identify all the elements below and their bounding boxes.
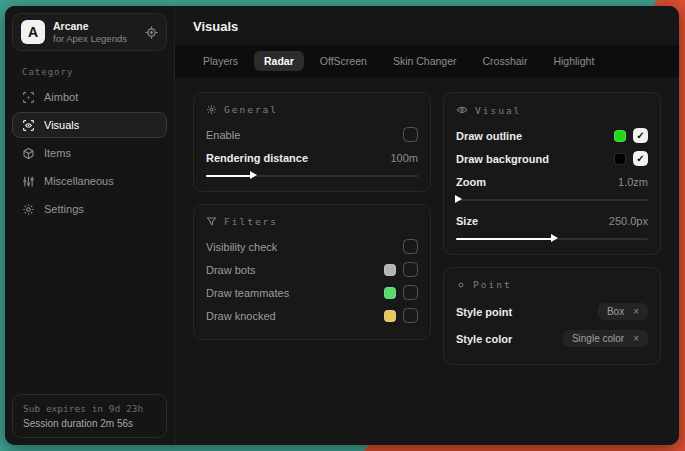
visual-panel: Visual Draw outline ✓ Draw background bbox=[443, 92, 661, 255]
sidebar: A Arcane for Apex Legends Category Aimbo bbox=[5, 6, 175, 445]
cube-icon bbox=[22, 147, 35, 160]
gear-icon bbox=[206, 104, 217, 115]
dot-icon bbox=[456, 280, 466, 290]
enable-label: Enable bbox=[206, 129, 240, 141]
app-name: Arcane bbox=[53, 20, 137, 33]
draw-background-color-swatch[interactable] bbox=[614, 153, 626, 165]
funnel-icon bbox=[206, 216, 217, 227]
main-area: Visuals Players Radar OffScreen Skin Cha… bbox=[175, 6, 679, 445]
sidebar-item-label: Miscellaneous bbox=[44, 175, 114, 187]
tab-skin-changer[interactable]: Skin Changer bbox=[383, 51, 467, 71]
crosshair-icon bbox=[22, 91, 35, 104]
draw-outline-color-swatch[interactable] bbox=[614, 130, 626, 142]
sliders-icon bbox=[22, 175, 35, 188]
sidebar-item-settings[interactable]: Settings bbox=[12, 196, 167, 222]
size-label: Size bbox=[456, 215, 478, 227]
sidebar-item-label: Aimbot bbox=[44, 91, 78, 103]
rendering-distance-label: Rendering distance bbox=[206, 152, 308, 164]
draw-background-label: Draw background bbox=[456, 153, 549, 165]
tab-offscreen[interactable]: OffScreen bbox=[310, 51, 377, 71]
content-area: General Enable ✓ Rendering distance 100m bbox=[175, 77, 679, 445]
draw-knocked-checkbox[interactable]: ✓ bbox=[403, 308, 418, 323]
session-duration-text: Session duration 2m 56s bbox=[23, 418, 156, 429]
main-header: Visuals bbox=[175, 6, 679, 45]
draw-bots-checkbox[interactable]: ✓ bbox=[403, 262, 418, 277]
style-color-label: Style color bbox=[456, 333, 512, 345]
draw-bots-label: Draw bots bbox=[206, 264, 256, 276]
close-icon[interactable]: × bbox=[633, 334, 639, 344]
draw-knocked-row: Draw knocked ✓ bbox=[206, 305, 418, 326]
draw-background-checkbox[interactable]: ✓ bbox=[633, 151, 648, 166]
slider-thumb[interactable] bbox=[551, 234, 558, 242]
draw-bots-color-swatch[interactable] bbox=[384, 264, 396, 276]
draw-teammates-label: Draw teammates bbox=[206, 287, 289, 299]
draw-teammates-color-swatch[interactable] bbox=[384, 287, 396, 299]
sidebar-item-label: Settings bbox=[44, 203, 84, 215]
zoom-value: 1.0zm bbox=[618, 176, 648, 188]
page-title: Visuals bbox=[193, 19, 661, 34]
tab-bar: Players Radar OffScreen Skin Changer Cro… bbox=[175, 45, 679, 77]
draw-knocked-label: Draw knocked bbox=[206, 310, 276, 322]
draw-knocked-color-swatch[interactable] bbox=[384, 310, 396, 322]
point-panel: Point Style point Box × Style color Sing… bbox=[443, 267, 661, 365]
slider-thumb[interactable] bbox=[455, 195, 462, 203]
style-point-row: Style point Box × bbox=[456, 299, 648, 324]
filters-panel: Filters Visibility check ✓ Draw bots ✓ bbox=[193, 204, 431, 340]
zoom-label: Zoom bbox=[456, 176, 486, 188]
sub-expires-text: Sub expires in 9d 23h bbox=[23, 403, 156, 414]
tab-radar[interactable]: Radar bbox=[254, 51, 304, 71]
zoom-row: Zoom 1.0zm bbox=[456, 171, 648, 192]
visibility-check-checkbox[interactable]: ✓ bbox=[403, 239, 418, 254]
draw-teammates-checkbox[interactable]: ✓ bbox=[403, 285, 418, 300]
sidebar-item-items[interactable]: Items bbox=[12, 140, 167, 166]
tab-highlight[interactable]: Highlight bbox=[543, 51, 604, 71]
category-label: Category bbox=[22, 67, 174, 77]
size-slider[interactable] bbox=[456, 234, 648, 243]
eye-icon bbox=[456, 104, 468, 116]
close-icon[interactable]: × bbox=[633, 307, 639, 317]
app-subtitle: for Apex Legends bbox=[53, 33, 137, 44]
panel-title: Visual bbox=[475, 105, 521, 116]
target-icon[interactable] bbox=[145, 26, 158, 39]
panel-title: General bbox=[224, 104, 278, 115]
subscription-card: Sub expires in 9d 23h Session duration 2… bbox=[12, 394, 167, 438]
style-color-value: Single color bbox=[572, 333, 624, 344]
style-point-value: Box bbox=[607, 306, 624, 317]
brand-card: A Arcane for Apex Legends bbox=[12, 13, 167, 51]
rendering-distance-row: Rendering distance 100m bbox=[206, 147, 418, 168]
eye-scan-icon bbox=[22, 119, 35, 132]
visibility-check-label: Visibility check bbox=[206, 241, 277, 253]
draw-outline-checkbox[interactable]: ✓ bbox=[633, 128, 648, 143]
draw-bots-row: Draw bots ✓ bbox=[206, 259, 418, 280]
general-panel: General Enable ✓ Rendering distance 100m bbox=[193, 92, 431, 192]
enable-row: Enable ✓ bbox=[206, 124, 418, 145]
app-logo: A bbox=[21, 20, 45, 44]
style-color-select[interactable]: Single color × bbox=[563, 330, 648, 347]
panel-title: Point bbox=[473, 279, 512, 290]
slider-thumb[interactable] bbox=[250, 171, 257, 179]
draw-outline-label: Draw outline bbox=[456, 130, 522, 142]
tab-players[interactable]: Players bbox=[193, 51, 248, 71]
style-point-label: Style point bbox=[456, 306, 512, 318]
size-value: 250.0px bbox=[609, 215, 648, 227]
zoom-slider[interactable] bbox=[456, 195, 648, 204]
rendering-distance-value: 100m bbox=[390, 152, 418, 164]
style-point-select[interactable]: Box × bbox=[598, 303, 648, 320]
panel-title: Filters bbox=[224, 216, 278, 227]
app-window: A Arcane for Apex Legends Category Aimbo bbox=[5, 6, 679, 445]
tab-crosshair[interactable]: Crosshair bbox=[473, 51, 538, 71]
style-color-row: Style color Single color × bbox=[456, 326, 648, 351]
draw-outline-row: Draw outline ✓ bbox=[456, 125, 648, 146]
draw-background-row: Draw background ✓ bbox=[456, 148, 648, 169]
sidebar-item-aimbot[interactable]: Aimbot bbox=[12, 84, 167, 110]
draw-teammates-row: Draw teammates ✓ bbox=[206, 282, 418, 303]
sidebar-item-visuals[interactable]: Visuals bbox=[12, 112, 167, 138]
sidebar-item-label: Visuals bbox=[44, 119, 79, 131]
visibility-check-row: Visibility check ✓ bbox=[206, 236, 418, 257]
size-row: Size 250.0px bbox=[456, 210, 648, 231]
sidebar-item-label: Items bbox=[44, 147, 71, 159]
enable-checkbox[interactable]: ✓ bbox=[403, 127, 418, 142]
gear-icon bbox=[22, 203, 35, 216]
rendering-distance-slider[interactable] bbox=[206, 171, 418, 180]
sidebar-item-miscellaneous[interactable]: Miscellaneous bbox=[12, 168, 167, 194]
